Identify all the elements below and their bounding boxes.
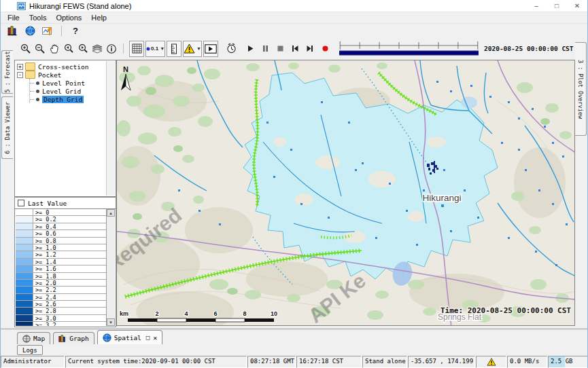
tree-children: Level Point Level Grid Depth Grid: [29, 79, 116, 103]
chevron-down-icon: ▼: [196, 46, 201, 51]
database-chart-icon[interactable]: [3, 24, 21, 37]
legend-row: >= 0: [16, 209, 106, 216]
sidebar-tab-plot-overview-label: 3 : Plot Overview: [577, 60, 584, 119]
tab-close-icon[interactable]: ✕: [153, 334, 157, 342]
tree-item-cross-section[interactable]: + Cross-section: [16, 62, 116, 71]
map-viewport[interactable]: Required API Ke Hikurangi Springs Flat N…: [116, 60, 575, 326]
legend-row: >= 3.0: [16, 315, 106, 322]
window-title: Hikurangi FEWS (Stand alone): [29, 2, 131, 10]
warning-dropdown[interactable]: ▼: [183, 41, 202, 57]
last-value-checkbox-row[interactable]: Last Value: [15, 198, 116, 209]
legend-row: >= 2.4: [16, 294, 106, 301]
tree-item-label: Cross-section: [38, 63, 88, 71]
map-canvas[interactable]: Required API Ke Hikurangi Springs Flat N…: [117, 60, 575, 326]
legend-row: >= 0.4: [16, 223, 106, 230]
help-icon[interactable]: ?: [67, 24, 84, 37]
main-toolbar: ?: [1, 24, 587, 37]
toolbar-separator: [61, 26, 62, 36]
tree-scrollbar[interactable]: [106, 61, 115, 196]
skip-end-icon[interactable]: [302, 41, 317, 56]
toolbar-separator: [123, 43, 124, 54]
clock-icon[interactable]: [224, 41, 239, 56]
status-gmt-time: 08:27:18 GMT: [247, 356, 296, 368]
legend-row: >= 2.8: [16, 308, 106, 314]
zoom-previous-icon[interactable]: [61, 41, 75, 56]
sidebar-tab-forecast[interactable]: 5 : Forecast: [1, 50, 13, 94]
collapse-icon[interactable]: -: [17, 72, 23, 78]
time-slider[interactable]: [339, 39, 479, 59]
svg-text:N: N: [123, 65, 128, 73]
tree-item-depth-grid[interactable]: Depth Grid: [30, 95, 116, 103]
pan-icon[interactable]: [47, 41, 61, 56]
zoom-in-icon[interactable]: [18, 41, 33, 56]
title-bar: Hikurangi FEWS (Stand alone) – □ ✕: [1, 0, 587, 12]
tab-spatial[interactable]: Spatial □ ✕: [97, 330, 163, 344]
globe-icon[interactable]: [21, 24, 39, 37]
info-icon[interactable]: [104, 41, 118, 56]
legend-swatch: [16, 294, 33, 300]
ruler-icon[interactable]: [167, 41, 181, 57]
tree-item-pocket[interactable]: - Pocket: [16, 71, 116, 79]
menu-file[interactable]: File: [3, 14, 24, 22]
threshold-dropdown[interactable]: 0.1 ▼: [145, 41, 165, 57]
scroll-down-icon[interactable]: ▼: [107, 318, 115, 326]
legend-row: >= 1.4: [16, 259, 106, 265]
tab-graph[interactable]: Graph: [53, 332, 94, 344]
tree-item-level-point[interactable]: Level Point: [30, 79, 116, 87]
pause-icon[interactable]: [258, 41, 273, 56]
expand-icon[interactable]: +: [17, 64, 23, 70]
close-button[interactable]: ✕: [567, 0, 587, 12]
time-slider-track[interactable]: [339, 39, 479, 59]
legend-row: >= 1.2: [16, 251, 106, 258]
tree-item-level-grid[interactable]: Level Grid: [30, 87, 116, 95]
menu-help[interactable]: Help: [86, 14, 111, 22]
svg-text:6: 6: [213, 310, 217, 317]
legend-swatch: [16, 265, 33, 272]
legend-swatch: [16, 315, 33, 321]
status-user: Administrator: [1, 356, 65, 368]
legend-panel: Last Value >= 0 >= 0.2 >= 0.4 >= 0.6 >= …: [14, 197, 116, 327]
status-warning-cell[interactable]: [476, 356, 506, 368]
town-label: Hikurangi: [422, 193, 461, 203]
sidebar-tab-plot-overview[interactable]: 3 : Plot Overview: [575, 42, 587, 136]
record-icon[interactable]: [317, 41, 332, 56]
maximize-button[interactable]: □: [547, 0, 567, 12]
svg-text:4: 4: [184, 310, 188, 317]
bottom-tab-bar: Map Graph Spatial □ ✕: [1, 329, 587, 344]
legend-row: >= 1.8: [16, 273, 106, 280]
zoom-out-icon[interactable]: [33, 41, 47, 56]
legend-row: >= 0.8: [16, 238, 106, 244]
play-icon[interactable]: [243, 41, 258, 56]
menu-tools[interactable]: Tools: [24, 14, 52, 22]
animation-icon[interactable]: [203, 41, 218, 57]
warning-icon: [487, 358, 496, 366]
logs-row: Logs: [1, 344, 587, 356]
globe-icon: [22, 335, 31, 343]
skip-start-icon[interactable]: [288, 41, 302, 56]
sidebar-tab-forecast-label: 5 : Forecast: [4, 51, 11, 92]
window-controls: – □ ✕: [526, 0, 587, 12]
legend-swatch: [16, 259, 33, 265]
svg-text:km: km: [120, 310, 128, 317]
stop-icon[interactable]: [273, 41, 288, 56]
sidebar-tab-data-viewer[interactable]: 6 : Data Viewer: [1, 96, 13, 159]
logs-button[interactable]: Logs: [17, 345, 43, 355]
menu-options[interactable]: Options: [51, 14, 86, 22]
legend-row: >= 2.0: [16, 280, 106, 287]
zoom-next-icon[interactable]: [75, 41, 90, 56]
minimize-button[interactable]: –: [526, 0, 547, 12]
tree-item-label: Pocket: [38, 71, 61, 79]
status-bar: Administrator Current system time:2020-0…: [1, 356, 587, 368]
last-value-checkbox[interactable]: [18, 200, 24, 206]
timeseries-icon[interactable]: [39, 24, 56, 37]
legend-swatch: [16, 301, 33, 307]
legend-swatch: [16, 308, 33, 314]
grid-icon[interactable]: [129, 41, 144, 57]
tab-map[interactable]: Map: [17, 332, 50, 344]
map-time-label: Time: 2020-08-25 00:00:00 CST: [440, 306, 571, 315]
layers-icon[interactable]: [90, 41, 104, 56]
legend-scrollbar[interactable]: ▲ ▼: [106, 209, 115, 326]
tab-maximize-icon[interactable]: □: [146, 334, 150, 341]
current-datetime-label: 2020-08-25 00:00:00 CST: [484, 45, 587, 52]
scroll-up-icon[interactable]: ▲: [107, 209, 115, 217]
